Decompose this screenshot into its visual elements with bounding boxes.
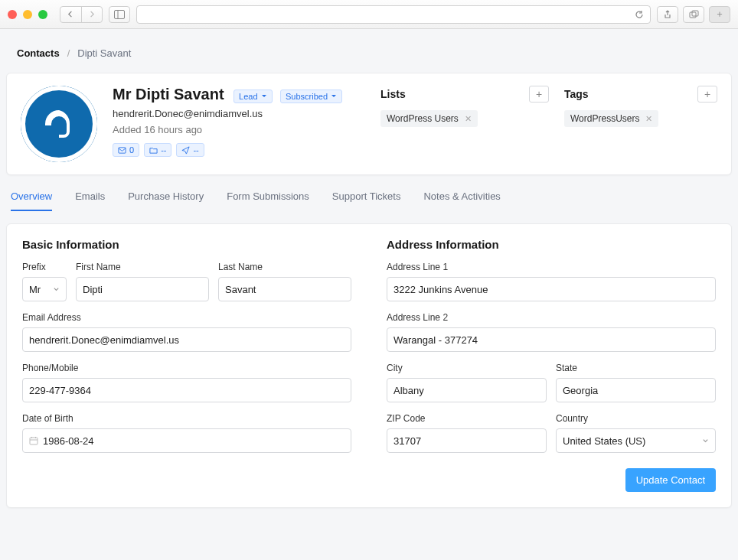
sidebar-toggle-button[interactable] <box>109 6 130 23</box>
send-icon <box>181 146 190 155</box>
chevron-down-icon <box>331 93 337 99</box>
city-input[interactable]: Albany <box>387 378 547 402</box>
nav-forward-button[interactable] <box>81 7 103 22</box>
close-window-button[interactable] <box>8 10 17 19</box>
email-label: Email Address <box>22 312 351 323</box>
basic-info-heading: Basic Information <box>22 238 351 251</box>
maximize-window-button[interactable] <box>38 10 47 19</box>
svg-rect-2 <box>690 12 696 18</box>
tab-emails[interactable]: Emails <box>75 190 105 211</box>
chevron-down-icon <box>261 93 267 99</box>
city-label: City <box>387 363 547 373</box>
lists-chips: WordPress Users ✕ <box>380 110 549 127</box>
remove-tag-icon[interactable]: ✕ <box>645 114 652 124</box>
country-label: Country <box>556 413 716 424</box>
folder-icon <box>149 146 158 155</box>
dob-label: Date of Birth <box>22 413 351 424</box>
prefix-select[interactable]: Mr <box>22 277 67 301</box>
addr2-label: Address Line 2 <box>387 312 716 323</box>
lead-status-label: Lead <box>239 92 257 101</box>
breadcrumb-separator: / <box>67 47 70 59</box>
avatar-glyph-icon <box>41 106 77 142</box>
tag-chip[interactable]: WordPressUsers ✕ <box>564 110 658 127</box>
breadcrumb-current: Dipti Savant <box>77 47 131 59</box>
lead-status-pill[interactable]: Lead <box>233 90 272 103</box>
svg-rect-5 <box>30 438 38 444</box>
first-name-label: First Name <box>76 262 209 272</box>
nav-back-button[interactable] <box>60 7 81 22</box>
svg-rect-4 <box>119 147 126 152</box>
share-button[interactable] <box>657 6 678 23</box>
added-time: Added 16 hours ago <box>113 124 365 135</box>
update-contact-button[interactable]: Update Contact <box>625 468 716 492</box>
tab-support-tickets[interactable]: Support Tickets <box>332 190 401 211</box>
svg-rect-0 <box>115 10 125 18</box>
minimize-window-button[interactable] <box>23 10 32 19</box>
contact-email: hendrerit.Donec@enimdiamvel.us <box>113 108 365 119</box>
subscription-label: Subscribed <box>286 92 328 101</box>
tags-chips: WordPressUsers ✕ <box>564 110 717 127</box>
list-chip-label: WordPress Users <box>387 113 459 124</box>
subscription-pill[interactable]: Subscribed <box>280 90 342 103</box>
tab-form-submissions[interactable]: Form Submissions <box>227 190 309 211</box>
zip-label: ZIP Code <box>387 413 547 424</box>
remove-list-icon[interactable]: ✕ <box>465 114 472 124</box>
address-info-heading: Address Information <box>387 238 716 251</box>
contact-name: Mr Dipti Savant <box>113 86 224 103</box>
dob-input[interactable]: 1986-08-24 <box>22 428 351 453</box>
country-select[interactable]: United States (US) <box>556 428 716 453</box>
browser-chrome: ＋ <box>0 0 738 29</box>
last-name-label: Last Name <box>218 262 351 272</box>
add-list-button[interactable]: + <box>529 86 549 103</box>
lists-heading: Lists <box>380 88 406 100</box>
detail-tabs: Overview Emails Purchase History Form Su… <box>6 175 732 211</box>
tab-notes-activities[interactable]: Notes & Activities <box>423 190 500 211</box>
new-tab-button[interactable]: ＋ <box>709 6 730 23</box>
tags-heading: Tags <box>564 88 589 100</box>
url-bar[interactable] <box>136 5 651 24</box>
first-name-input[interactable]: Dipti <box>76 277 209 301</box>
tab-overview[interactable]: Overview <box>11 190 52 211</box>
addr1-input[interactable]: 3222 Junkins Avenue <box>387 277 716 301</box>
prefix-label: Prefix <box>22 262 67 272</box>
phone-input[interactable]: 229-477-9364 <box>22 378 351 402</box>
last-name-input[interactable]: Savant <box>218 277 351 301</box>
stat-sends[interactable]: -- <box>176 143 204 157</box>
avatar <box>21 86 97 162</box>
nav-back-forward <box>60 6 103 23</box>
chevron-down-icon <box>702 435 709 447</box>
state-label: State <box>556 363 716 373</box>
chevron-down-icon <box>53 284 60 295</box>
zip-input[interactable]: 31707 <box>387 428 547 453</box>
contact-header-card: Mr Dipti Savant Lead Subscribed hendreri… <box>6 73 732 175</box>
envelope-icon <box>118 146 126 155</box>
addr1-label: Address Line 1 <box>387 262 716 272</box>
state-input[interactable]: Georgia <box>556 378 716 402</box>
calendar-icon <box>29 436 38 445</box>
list-chip[interactable]: WordPress Users ✕ <box>380 110 478 127</box>
phone-label: Phone/Mobile <box>22 363 351 373</box>
reload-icon <box>635 10 644 19</box>
tag-chip-label: WordPressUsers <box>570 113 639 124</box>
add-tag-button[interactable]: + <box>697 86 717 103</box>
window-controls <box>8 10 47 19</box>
breadcrumb: Contacts / Dipti Savant <box>6 43 732 73</box>
svg-rect-3 <box>692 11 698 16</box>
tabs-overview-button[interactable] <box>683 6 704 23</box>
tab-purchase-history[interactable]: Purchase History <box>128 190 204 211</box>
email-input[interactable]: hendrerit.Donec@enimdiamvel.us <box>22 327 351 352</box>
breadcrumb-root[interactable]: Contacts <box>17 47 60 59</box>
contact-form-card: Basic Information Prefix Mr First Name <box>6 223 732 508</box>
stat-emails[interactable]: 0 <box>113 143 139 157</box>
addr2-input[interactable]: Warangal - 377274 <box>387 327 716 352</box>
stat-folders[interactable]: -- <box>144 143 171 157</box>
